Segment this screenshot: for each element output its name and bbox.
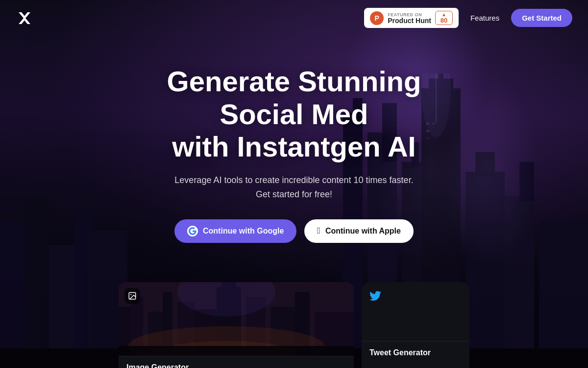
cta-buttons: Continue with Google  Continue with App… [10, 219, 578, 243]
navbar: P FEATURED ON Product Hunt ▲ 80 Features… [0, 0, 588, 36]
svg-point-45 [130, 294, 131, 295]
hero-subtitle: Leverage AI tools to create incredible c… [172, 173, 416, 202]
apple-btn-label: Continue with Apple [325, 227, 401, 236]
features-link[interactable]: Features [470, 14, 499, 22]
tweet-card-footer: Tweet Generator [362, 341, 469, 364]
hero-title-line1: Generate Stunning [167, 65, 421, 97]
get-started-button[interactable]: Get Started [511, 9, 572, 27]
product-hunt-badge[interactable]: P FEATURED ON Product Hunt ▲ 80 [364, 8, 459, 28]
ph-vote-count: 80 [441, 17, 447, 24]
hero-title: Generate Stunning Social Med with Instan… [10, 65, 578, 163]
image-card-icon [124, 288, 140, 304]
twitter-icon [369, 292, 381, 304]
card-image-inner [119, 282, 354, 356]
ph-logo-icon: P [370, 11, 384, 25]
hero-section: Generate Stunning Social Med with Instan… [0, 36, 588, 263]
tweet-generator-card[interactable]: Tweet Generator [362, 282, 469, 368]
apple-icon:  [317, 226, 320, 236]
ph-featured-label: FEATURED ON [388, 12, 431, 17]
image-generator-card[interactable]: Image Generator [119, 282, 354, 368]
tweet-card-title: Tweet Generator [369, 348, 431, 357]
svg-rect-43 [119, 346, 354, 356]
image-card-title: Image Generator [126, 363, 189, 368]
google-icon [187, 226, 198, 237]
hero-title-line3: with Instantgen AI [172, 131, 416, 162]
logo[interactable] [16, 9, 33, 27]
google-btn-label: Continue with Google [203, 227, 284, 236]
ph-letter: P [375, 14, 379, 22]
nav-right: P FEATURED ON Product Hunt ▲ 80 Features… [364, 8, 572, 28]
feature-cards: Image Generator Tweet Generator [0, 282, 588, 368]
tweet-card-top [362, 282, 469, 341]
ph-name: Product Hunt [388, 17, 431, 24]
continue-with-apple-button[interactable]:  Continue with Apple [304, 219, 414, 243]
image-card-footer: Image Generator [119, 356, 354, 368]
continue-with-google-button[interactable]: Continue with Google [174, 219, 296, 243]
hero-title-line2: Social Med [220, 98, 368, 130]
ph-text-block: FEATURED ON Product Hunt [388, 12, 431, 24]
logo-icon [16, 9, 33, 27]
card-image [119, 282, 354, 356]
ph-votes-block: ▲ 80 [435, 11, 453, 25]
